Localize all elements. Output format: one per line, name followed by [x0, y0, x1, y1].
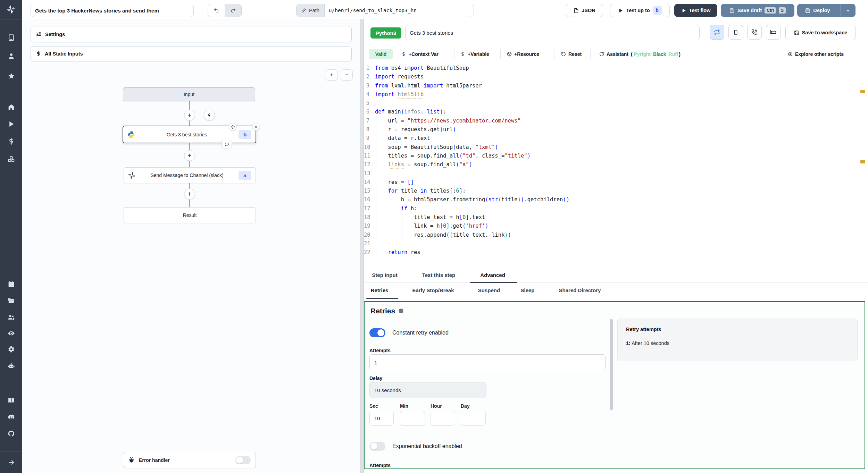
runs-play-icon[interactable] [0, 118, 22, 130]
docs-book-icon[interactable] [0, 394, 22, 406]
subtab-retries[interactable]: Retries [368, 283, 391, 298]
subtab-shared-directory[interactable]: Shared Directory [552, 283, 607, 298]
delay-input[interactable] [369, 382, 486, 398]
subtab-suspend[interactable]: Suspend [475, 283, 503, 298]
sidebar-divider [0, 19, 22, 19]
move-step-handle[interactable] [229, 123, 237, 131]
retry-indicator-button[interactable] [222, 140, 232, 148]
save-draft-button[interactable]: Save draft Ctrl S [721, 4, 794, 17]
kbd-s: S [779, 7, 786, 14]
error-handler-label: Error handler [139, 457, 170, 463]
resources-boxes-icon[interactable] [0, 153, 22, 165]
code-line: 21 [364, 239, 868, 248]
flow-node-step-a[interactable]: Send Message to Channel (slack) a [124, 167, 256, 183]
attempts-label: Attempts [369, 348, 391, 353]
delete-step-button[interactable] [252, 123, 260, 131]
panel-resize-handle[interactable] [360, 19, 364, 473]
flow-title-input[interactable] [31, 4, 194, 17]
sidebar [0, 0, 22, 473]
code-editor[interactable]: 1from bs4 import BeautifulSoup2import re… [364, 62, 868, 268]
hour-label: Hour [431, 403, 442, 409]
error-handler-node[interactable]: Error handler [123, 452, 256, 468]
tab-advanced[interactable]: Advanced [476, 268, 509, 282]
summary-line: 1: After 10 seconds [626, 340, 669, 346]
early-stop-button[interactable] [728, 25, 743, 40]
step-name-input[interactable] [405, 25, 700, 40]
constant-retry-toggle[interactable] [369, 328, 385, 337]
add-step-button[interactable] [184, 150, 195, 161]
schedules-calendar-icon[interactable] [0, 278, 22, 290]
tab-test-this-step[interactable]: Test this step [417, 268, 461, 282]
step-b-label: Gets 3 best stories [135, 132, 239, 137]
add-resource-button[interactable]: +Resource [507, 46, 539, 62]
reset-button[interactable]: Reset [561, 46, 582, 62]
attempts-input[interactable] [369, 354, 606, 370]
assistant-button[interactable]: Assistant ( Pyright Black Ruff ) [599, 46, 681, 62]
add-step-button[interactable] [184, 188, 195, 200]
warning-marker [860, 90, 865, 93]
collapse-arrow-icon[interactable] [0, 456, 22, 468]
add-context-var-button[interactable]: +Context Var [401, 46, 439, 62]
github-icon[interactable] [0, 428, 22, 439]
dollar-icon [401, 52, 406, 57]
subtab-sleep[interactable]: Sleep [519, 283, 536, 298]
windmill-logo-icon[interactable] [0, 3, 22, 15]
variables-dollar-icon[interactable] [0, 135, 22, 147]
tab-step-input[interactable]: Step Input [368, 268, 402, 282]
retries-scrollbar[interactable] [610, 319, 613, 410]
code-line: 4import html5lib [364, 90, 868, 99]
home-icon[interactable] [0, 101, 22, 113]
audit-eye-icon[interactable] [0, 327, 22, 339]
line-number: 21 [364, 239, 369, 248]
redo-button[interactable] [225, 4, 241, 17]
flow-node-input[interactable]: Input [123, 87, 255, 101]
retry-toggle-button[interactable] [710, 25, 724, 40]
assistant-pyright-status: Pyright [634, 51, 651, 57]
sleep-button[interactable] [766, 25, 781, 40]
code-line: 10 soup = BeautifulSoup(data, "lxml") [364, 143, 868, 152]
error-handler-toggle[interactable] [235, 456, 251, 464]
explore-other-scripts-button[interactable]: Explore other scripts [788, 46, 844, 62]
hour-input[interactable] [431, 411, 455, 426]
chevron-down-icon [845, 8, 851, 13]
path-label[interactable]: Path [297, 4, 325, 17]
test-flow-button[interactable]: Test flow [674, 4, 717, 17]
line-number: 11 [364, 152, 369, 160]
min-input[interactable] [400, 411, 425, 426]
undo-redo-group [208, 4, 242, 17]
subtab-early-stop[interactable]: Early Stop/Break [406, 283, 460, 298]
line-number: 12 [364, 160, 369, 169]
folders-icon[interactable] [0, 295, 22, 306]
test-up-to-button[interactable]: Test up to b [610, 4, 670, 17]
flow-node-result[interactable]: Result [124, 207, 256, 223]
warning-marker [860, 160, 865, 163]
groups-users-icon[interactable] [0, 311, 22, 323]
suspend-button[interactable] [747, 25, 762, 40]
save-to-workspace-button[interactable]: Save to workspace [785, 25, 856, 40]
add-step-button[interactable] [184, 110, 195, 121]
active-subtab-underline [366, 298, 398, 299]
plus-icon [187, 112, 192, 118]
exponential-backoff-toggle[interactable] [369, 442, 385, 451]
settings-gear-icon[interactable] [0, 343, 22, 355]
favorites-star-icon[interactable] [0, 70, 22, 82]
flow-settings-button[interactable]: Settings [31, 26, 352, 42]
deploy-dropdown-button[interactable] [841, 4, 855, 17]
zoom-out-button[interactable]: − [341, 69, 353, 81]
line-number: 16 [364, 195, 369, 204]
user-icon[interactable] [0, 50, 22, 62]
undo-button[interactable] [208, 4, 225, 17]
trigger-bolt-button[interactable] [204, 110, 215, 121]
all-static-inputs-button[interactable]: All Static Inputs [31, 46, 352, 61]
json-button[interactable]: JSON [566, 4, 603, 17]
sec-input[interactable] [369, 411, 394, 426]
day-input[interactable] [461, 411, 486, 426]
workspace-building-icon[interactable] [0, 32, 22, 43]
zoom-in-button[interactable]: + [326, 69, 337, 81]
path-value[interactable]: u/henri/send_to_slack_top3_hn [325, 4, 421, 17]
deploy-button[interactable]: Deploy [798, 4, 838, 17]
ai-bot-icon[interactable] [0, 360, 22, 372]
info-icon[interactable] [398, 308, 404, 314]
add-variable-button[interactable]: +Variable [460, 46, 489, 62]
discord-icon[interactable] [0, 411, 22, 423]
